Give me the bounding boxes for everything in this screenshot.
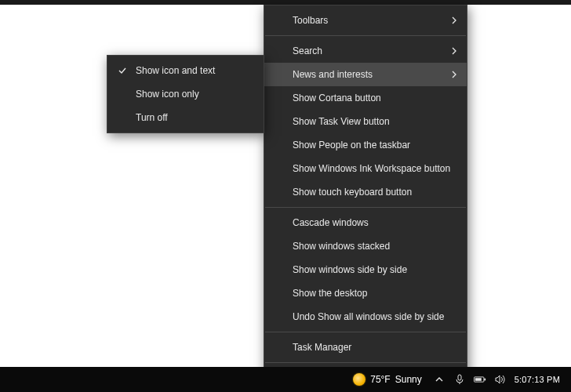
menu-item-label: Toolbars [293, 15, 440, 26]
menu-item-show-the-desktop[interactable]: Show the desktop [264, 281, 467, 305]
menu-item-label: Show People on the taskbar [293, 140, 440, 151]
chevron-right-icon [446, 47, 457, 55]
menu-item-label: Show Task View button [293, 116, 440, 127]
menu-item-label: Show icon and text [136, 65, 237, 76]
menu-item-label: Show Windows Ink Workspace button [293, 163, 450, 174]
menu-item-news-and-interests[interactable]: News and interests [264, 63, 467, 86]
menu-item-label: Show windows stacked [293, 241, 440, 252]
svg-rect-3 [484, 379, 486, 381]
menu-item-show-task-view-button[interactable]: Show Task View button [264, 110, 467, 133]
chevron-right-icon [446, 71, 457, 78]
weather-widget[interactable]: 75°F Sunny [347, 367, 428, 392]
menu-item-label: Show touch keyboard button [293, 187, 440, 198]
speaker-icon[interactable] [494, 373, 507, 386]
taskbar-clock[interactable]: 5:07:13 PM [511, 375, 568, 384]
menu-item-label: Cascade windows [293, 217, 440, 228]
menu-item-label: Task Manager [293, 342, 440, 353]
svg-rect-4 [475, 378, 482, 381]
menu-item-show-cortana-button[interactable]: Show Cortana button [264, 86, 467, 110]
menu-item-show-touch-keyboard-button[interactable]: Show touch keyboard button [264, 180, 467, 204]
menu-separator [265, 207, 466, 208]
taskbar[interactable]: 75°F Sunny 5:07:13 PM [0, 367, 571, 392]
menu-item-show-windows-stacked[interactable]: Show windows stacked [264, 234, 467, 258]
menu-item-label: Show icon only [136, 89, 237, 100]
weather-condition: Sunny [395, 374, 422, 385]
menu-item-search[interactable]: Search [264, 39, 467, 63]
weather-temp: 75°F [370, 374, 390, 385]
menu-item-undo-show-all-windows-side-by-side[interactable]: Undo Show all windows side by side [264, 305, 467, 328]
chevron-right-icon [446, 16, 457, 24]
check-icon [115, 66, 129, 75]
menu-item-cascade-windows[interactable]: Cascade windows [264, 211, 467, 234]
menu-item-label: Turn off [136, 112, 237, 123]
microphone-icon[interactable] [453, 373, 466, 386]
menu-item-turn-off[interactable]: Turn off [107, 106, 264, 129]
menu-item-label: Show windows side by side [293, 264, 440, 275]
sun-icon [353, 373, 366, 386]
clock-time: 5:07:13 PM [515, 375, 560, 384]
menu-separator [265, 332, 466, 332]
menu-item-show-icon-and-text[interactable]: Show icon and text [107, 59, 264, 82]
desktop: ToolbarsSearchNews and interestsShow Cor… [0, 0, 571, 392]
menu-item-label: Show Cortana button [293, 93, 440, 103]
news-interests-submenu: Show icon and textShow icon onlyTurn off [107, 55, 264, 133]
menu-item-task-manager[interactable]: Task Manager [264, 336, 467, 359]
menu-item-show-icon-only[interactable]: Show icon only [107, 82, 264, 106]
svg-rect-1 [458, 375, 461, 380]
menu-item-show-windows-ink-workspace-button[interactable]: Show Windows Ink Workspace button [264, 157, 467, 180]
menu-item-label: News and interests [293, 69, 440, 80]
menu-separator [265, 35, 466, 36]
menu-item-toolbars[interactable]: Toolbars [264, 9, 467, 32]
system-tray [428, 367, 511, 392]
menu-item-show-people-on-the-taskbar[interactable]: Show People on the taskbar [264, 133, 467, 157]
menu-item-label: Search [293, 45, 440, 56]
battery-icon[interactable] [474, 373, 486, 386]
taskbar-context-menu: ToolbarsSearchNews and interestsShow Cor… [264, 5, 467, 392]
menu-item-label: Undo Show all windows side by side [293, 311, 444, 322]
tray-chevron-up-icon[interactable] [433, 373, 446, 386]
menu-separator [265, 362, 466, 363]
menu-item-label: Show the desktop [293, 288, 440, 299]
menu-item-show-windows-side-by-side[interactable]: Show windows side by side [264, 258, 467, 281]
